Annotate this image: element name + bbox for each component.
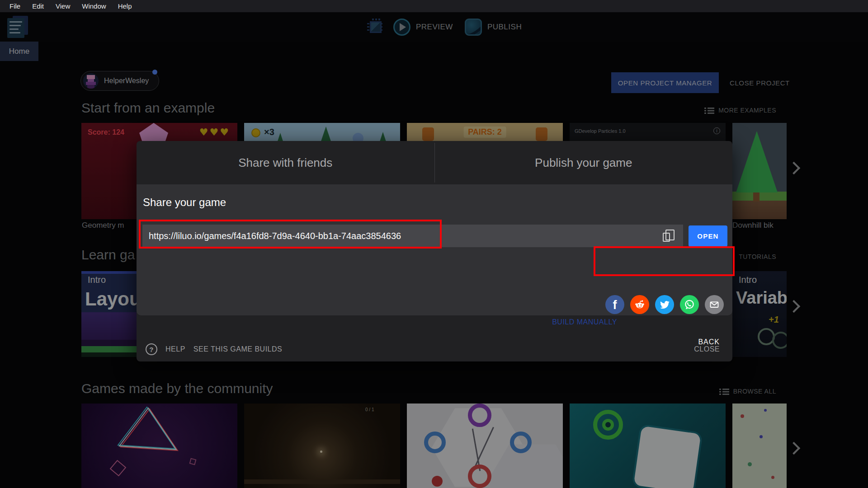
tab-publish-your-game[interactable]: Publish your game <box>435 141 733 184</box>
annotation-social-box <box>594 246 735 276</box>
email-icon <box>708 299 720 310</box>
copy-url-button[interactable] <box>657 226 677 246</box>
build-manually-link[interactable]: BUILD MANUALLY <box>552 318 617 326</box>
open-game-button[interactable]: OPEN <box>689 225 727 247</box>
see-game-builds-link[interactable]: SEE THIS GAME BUILDS <box>193 345 282 353</box>
social-share-row: f <box>605 295 724 314</box>
help-link[interactable]: HELP <box>165 345 185 353</box>
menu-edit[interactable]: Edit <box>26 2 50 10</box>
twitter-share-icon[interactable] <box>655 295 674 314</box>
whatsapp-share-icon[interactable] <box>680 295 699 314</box>
reddit-share-icon[interactable] <box>630 295 649 314</box>
facebook-f-glyph: f <box>613 298 617 312</box>
whatsapp-icon <box>684 299 695 310</box>
copy-icon <box>663 233 670 242</box>
annotation-url-box <box>139 220 442 249</box>
email-share-icon[interactable] <box>705 295 724 314</box>
close-dialog-button[interactable]: CLOSE <box>694 345 720 353</box>
menu-view[interactable]: View <box>50 2 76 10</box>
twitter-icon <box>659 299 670 310</box>
menu-bar: File Edit View Window Help <box>0 0 868 12</box>
dialog-footer: ? HELP SEE THIS GAME BUILDS CLOSE <box>146 339 720 360</box>
dialog-tabs: Share with friends Publish your game <box>137 141 732 184</box>
facebook-share-icon[interactable]: f <box>605 295 624 314</box>
menu-help[interactable]: Help <box>112 2 138 10</box>
gdevelop-window: File Edit View Window Help PREVIEW PUBLI… <box>0 0 868 488</box>
menu-file[interactable]: File <box>4 2 26 10</box>
tab-share-with-friends[interactable]: Share with friends <box>137 141 434 184</box>
help-icon: ? <box>146 343 157 355</box>
share-panel-title: Share your game <box>143 196 226 209</box>
reddit-icon <box>634 299 646 310</box>
menu-window[interactable]: Window <box>76 2 112 10</box>
